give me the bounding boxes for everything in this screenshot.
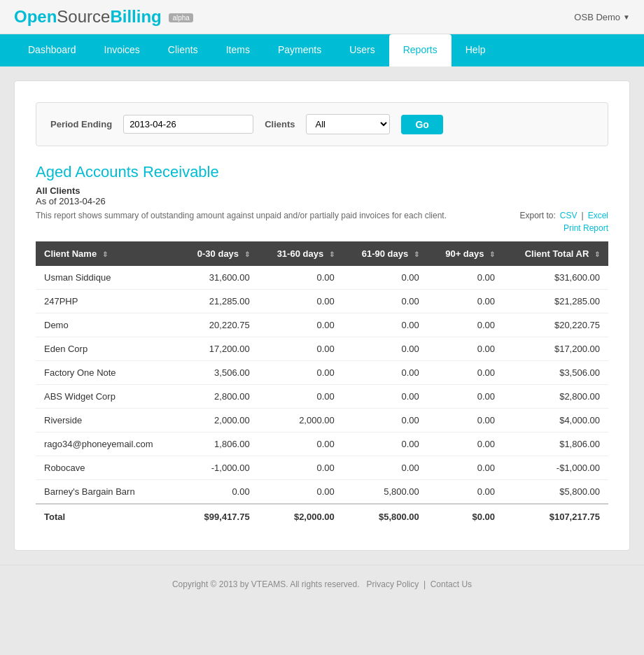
cell-d30: 0.00 <box>179 480 258 505</box>
period-input[interactable] <box>123 115 253 134</box>
nav-item-dashboard[interactable]: Dashboard <box>14 34 90 66</box>
cell-name: Robocave <box>36 456 179 480</box>
period-label: Period Ending <box>50 119 112 129</box>
report-subtitle: All Clients <box>36 185 608 196</box>
user-menu[interactable]: OSB Demo ▼ <box>574 12 630 22</box>
table-row: Eden Corp 17,200.00 0.00 0.00 0.00 $17,2… <box>36 337 608 361</box>
col-31-60[interactable]: 31-60 days ⇕ <box>258 241 343 266</box>
go-button[interactable]: Go <box>401 115 442 134</box>
copyright-text: Copyright © 2013 by VTEAMS. All rights r… <box>172 579 360 589</box>
logo: OpenSourceBilling alpha <box>14 7 193 27</box>
nav-link-clients[interactable]: Clients <box>154 34 212 65</box>
cell-d90: 0.00 <box>343 361 428 385</box>
cell-d60: 0.00 <box>258 432 343 456</box>
col-90-plus[interactable]: 90+ days ⇕ <box>428 241 503 266</box>
cell-name: 247PHP <box>36 290 179 314</box>
footer-d90: $5,800.00 <box>343 504 428 529</box>
nav-link-payments[interactable]: Payments <box>264 34 335 65</box>
report-description: This report shows summary of outstanding… <box>36 211 447 220</box>
cell-d90plus: 0.00 <box>428 456 503 480</box>
nav-link-items[interactable]: Items <box>212 34 264 65</box>
alpha-badge: alpha <box>169 13 192 22</box>
table-row: Barney's Bargain Barn 0.00 0.00 5,800.00… <box>36 480 608 505</box>
cell-d60: 0.00 <box>258 290 343 314</box>
logo-billing: Billing <box>110 7 161 26</box>
nav-item-users[interactable]: Users <box>335 34 389 66</box>
nav-item-items[interactable]: Items <box>212 34 264 66</box>
footer-d90plus: $0.00 <box>428 504 503 529</box>
pipe-separator: | <box>582 211 584 220</box>
nav-item-clients[interactable]: Clients <box>154 34 212 66</box>
cell-d90plus: 0.00 <box>428 266 503 290</box>
table-row: rago34@phoneyemail.com 1,806.00 0.00 0.0… <box>36 432 608 456</box>
top-bar: OpenSourceBilling alpha OSB Demo ▼ <box>0 0 644 34</box>
footer-d60: $2,000.00 <box>258 504 343 529</box>
sort-icon-total: ⇕ <box>594 251 600 258</box>
cell-d60: 0.00 <box>258 314 343 337</box>
cell-d90plus: 0.00 <box>428 361 503 385</box>
cell-d60: 0.00 <box>258 337 343 361</box>
nav-link-reports[interactable]: Reports <box>389 34 451 66</box>
cell-name: rago34@phoneyemail.com <box>36 432 179 456</box>
table-row: 247PHP 21,285.00 0.00 0.00 0.00 $21,285.… <box>36 290 608 314</box>
cell-d30: 31,600.00 <box>179 266 258 290</box>
nav-link-invoices[interactable]: Invoices <box>90 34 154 65</box>
cell-d60: 0.00 <box>258 361 343 385</box>
cell-d90: 0.00 <box>343 290 428 314</box>
contact-link[interactable]: Contact Us <box>430 579 472 589</box>
cell-name: Factory One Note <box>36 361 179 385</box>
nav-item-reports[interactable]: Reports <box>389 34 451 66</box>
privacy-link[interactable]: Privacy Policy <box>367 579 419 589</box>
user-name: OSB Demo <box>574 12 620 22</box>
col-61-90[interactable]: 61-90 days ⇕ <box>343 241 428 266</box>
cell-d30: 17,200.00 <box>179 337 258 361</box>
cell-d90: 0.00 <box>343 385 428 409</box>
col-0-30[interactable]: 0-30 days ⇕ <box>179 241 258 266</box>
col-total-ar[interactable]: Client Total AR ⇕ <box>503 241 608 266</box>
cell-d90plus: 0.00 <box>428 432 503 456</box>
cell-d90: 0.00 <box>343 266 428 290</box>
sort-icon-90plus: ⇕ <box>489 251 495 258</box>
cell-d90: 0.00 <box>343 456 428 480</box>
print-row: Print Report <box>519 223 608 233</box>
nav-item-help[interactable]: Help <box>451 34 500 66</box>
print-link[interactable]: Print Report <box>564 223 608 233</box>
cell-name: Usman Siddique <box>36 266 179 290</box>
excel-link[interactable]: Excel <box>588 211 608 220</box>
table-row: Usman Siddique 31,600.00 0.00 0.00 0.00 … <box>36 266 608 290</box>
table-row: Robocave -1,000.00 0.00 0.00 0.00 -$1,00… <box>36 456 608 480</box>
cell-d90: 0.00 <box>343 432 428 456</box>
clients-select[interactable]: All <box>306 114 390 134</box>
footer-total: $107,217.75 <box>503 504 608 529</box>
user-dropdown-arrow: ▼ <box>623 13 630 21</box>
cell-d90plus: 0.00 <box>428 314 503 337</box>
footer-label: Total <box>36 504 179 529</box>
table-row: ABS Widget Corp 2,800.00 0.00 0.00 0.00 … <box>36 385 608 409</box>
sort-icon-name: ⇕ <box>102 251 108 258</box>
cell-total: -$1,000.00 <box>503 456 608 480</box>
cell-name: ABS Widget Corp <box>36 385 179 409</box>
logo-open: Open <box>14 7 57 26</box>
cell-d30: 1,806.00 <box>179 432 258 456</box>
export-row: Export to: CSV | Excel <box>519 211 608 220</box>
nav-link-dashboard[interactable]: Dashboard <box>14 34 90 65</box>
nav-item-payments[interactable]: Payments <box>264 34 335 66</box>
cell-d90plus: 0.00 <box>428 409 503 432</box>
cell-d30: 21,285.00 <box>179 290 258 314</box>
cell-total: $20,220.75 <box>503 314 608 337</box>
cell-d60: 0.00 <box>258 266 343 290</box>
cell-d90plus: 0.00 <box>428 385 503 409</box>
nav-link-users[interactable]: Users <box>335 34 389 65</box>
table-row: Factory One Note 3,506.00 0.00 0.00 0.00… <box>36 361 608 385</box>
export-label: Export to: <box>519 211 555 220</box>
csv-link[interactable]: CSV <box>560 211 578 220</box>
report-title: Aged Accounts Receivable <box>36 163 608 181</box>
cell-d30: 2,000.00 <box>179 409 258 432</box>
col-client-name[interactable]: Client Name ⇕ <box>36 241 179 266</box>
cell-d90: 0.00 <box>343 314 428 337</box>
nav-link-help[interactable]: Help <box>451 34 500 65</box>
nav-item-invoices[interactable]: Invoices <box>90 34 154 66</box>
cell-d30: -1,000.00 <box>179 456 258 480</box>
cell-d90: 0.00 <box>343 409 428 432</box>
cell-total: $1,806.00 <box>503 432 608 456</box>
